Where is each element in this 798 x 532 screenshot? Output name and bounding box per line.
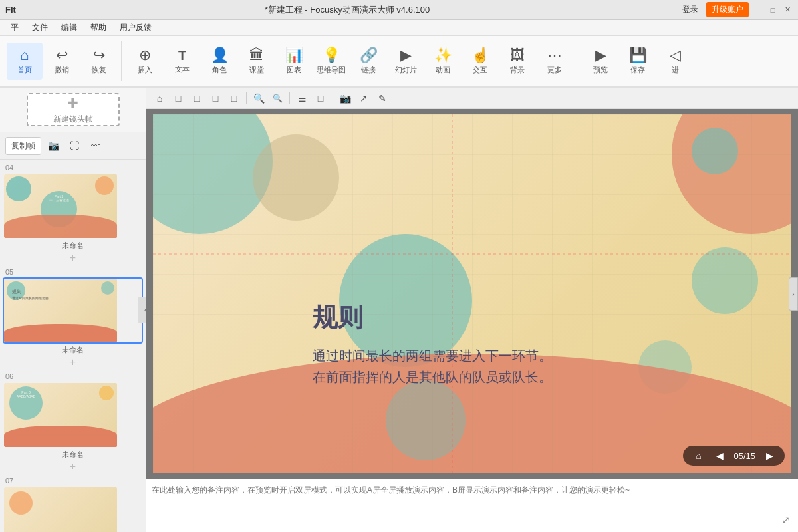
titlebar-left: FIt	[5, 5, 16, 15]
fullscreen-icon-btn[interactable]: ⛶	[65, 136, 84, 155]
tool-animation-label: 动画	[436, 65, 450, 75]
tool-more-label: 更多	[547, 65, 562, 75]
slide-number-05: 05	[3, 267, 143, 277]
canvas-tool-home[interactable]: ⌂	[152, 90, 168, 106]
add-below-05[interactable]: +	[70, 356, 76, 368]
sidebar-collapse-button[interactable]: ‹	[138, 297, 146, 323]
insert-icon: ⊕	[139, 48, 151, 63]
nav-forward-icon: ◁	[670, 48, 681, 63]
tool-mindmap[interactable]: 💡 思维导图	[313, 43, 349, 80]
slide-name-04: 未命名	[3, 239, 143, 252]
page-home-button[interactable]: ⌂	[691, 448, 706, 463]
notes-area: ⤢	[146, 479, 798, 532]
page-prev-button[interactable]: ◀	[712, 448, 727, 463]
wave-icon-btn[interactable]: 〰	[86, 136, 105, 155]
tool-chart[interactable]: 📊 图表	[276, 43, 312, 80]
thumb04-bottom	[4, 215, 117, 238]
tool-home[interactable]: ⌂ 首页	[7, 43, 43, 80]
thumb06-circle2	[99, 386, 114, 400]
bg-circle-right1	[692, 247, 758, 314]
tool-preview-label: 预览	[593, 65, 608, 75]
frame-tools: 复制帧 📷 ⛶ 〰	[0, 132, 146, 160]
tool-redo[interactable]: ↪ 恢复	[81, 43, 117, 80]
slide-name-06: 未命名	[3, 448, 143, 461]
canvas-tool-copy1[interactable]: □	[170, 90, 186, 106]
slide-thumb-06[interactable]: Part 3AABB/ABAB	[3, 382, 143, 448]
thumb07-circle1	[9, 491, 33, 515]
upgrade-button[interactable]: 升级账户	[706, 2, 749, 17]
tool-undo[interactable]: ↩ 撤销	[44, 43, 80, 80]
add-below-04[interactable]: +	[70, 252, 76, 264]
canvas-tool-grid[interactable]: ⚌	[294, 90, 310, 106]
canvas-tool-copy4[interactable]: □	[226, 90, 242, 106]
main-canvas[interactable]: 规则 通过时间最长的两组需要进入下一环节。 在前面指挥的人是其他队的队员或队长。…	[146, 109, 798, 479]
tool-link[interactable]: 🔗 链接	[350, 43, 386, 80]
canvas-tool-copy3[interactable]: □	[207, 90, 223, 106]
tool-role[interactable]: 👤 角色	[201, 43, 237, 80]
tool-interact[interactable]: ☝ 交互	[462, 43, 498, 80]
tool-more[interactable]: ⋯ 更多	[537, 43, 573, 80]
slide-name-05: 未命名	[3, 344, 143, 356]
tool-preview[interactable]: ▶ 预览	[583, 43, 618, 80]
slide-thumb-04[interactable]: Part 2一二三看这边	[3, 173, 143, 239]
canvas-tool-zoom-out[interactable]: 🔍	[269, 90, 285, 106]
toolbar-group-preview: ▶ 预览 💾 保存 ◁ 进	[579, 41, 697, 81]
tool-interact-label: 交互	[473, 65, 487, 75]
tool-animation[interactable]: ✨ 动画	[425, 43, 461, 80]
add-below-06[interactable]: +	[70, 461, 76, 473]
slide-thumb-07[interactable]	[3, 486, 143, 532]
thumbnails-panel[interactable]: 04 Part 2一二三看这边 未命名 +	[0, 160, 146, 532]
classroom-icon: 🏛	[249, 48, 264, 63]
tool-undo-label: 撤销	[55, 65, 69, 75]
new-frame-button[interactable]: ✚ 新建镜头帧	[27, 93, 120, 126]
canvas-tool-export[interactable]: ↗	[356, 90, 372, 106]
tool-classroom[interactable]: 🏛 课堂	[239, 43, 275, 80]
slide-icon: ▶	[400, 48, 412, 63]
tool-nav-forward[interactable]: ◁ 进	[657, 43, 693, 80]
slide-number-07: 07	[3, 475, 143, 486]
menu-edit[interactable]: 编辑	[56, 21, 82, 35]
tool-insert[interactable]: ⊕ 插入	[127, 43, 163, 80]
login-button[interactable]: 登录	[678, 3, 702, 17]
close-button[interactable]: ✕	[782, 5, 793, 15]
maximize-button[interactable]: □	[767, 5, 778, 15]
menu-ping[interactable]: 平	[5, 21, 24, 35]
link-icon: 🔗	[360, 48, 378, 63]
slide-thumb-05[interactable]: 规则通过时间最长的两组需要...	[3, 277, 143, 344]
tool-nav-forward-label: 进	[672, 65, 679, 75]
titlebar-right: 登录 升级账户 — □ ✕	[678, 2, 793, 17]
slide-number-06: 06	[3, 371, 143, 382]
canvas-tool-camera[interactable]: 📷	[337, 90, 353, 106]
slide-item-06: 06 Part 3AABB/ABAB 未命名 +	[3, 371, 143, 473]
tool-text-label: 文本	[175, 65, 190, 74]
tool-insert-label: 插入	[138, 65, 152, 75]
tool-background[interactable]: 🖼 背景	[499, 43, 535, 80]
right-panel-toggle[interactable]: ›	[789, 277, 798, 311]
tool-save[interactable]: 💾 保存	[620, 43, 656, 80]
copy-frame-button[interactable]: 复制帧	[5, 137, 41, 155]
canvas-tool-zoom-in[interactable]: 🔍	[251, 90, 267, 106]
camera-icon-btn[interactable]: 📷	[44, 136, 63, 155]
notes-expand-button[interactable]: ⤢	[779, 513, 793, 527]
interact-icon: ☝	[471, 48, 489, 63]
toolbar-group-nav: ⌂ 首页 ↩ 撤销 ↪ 恢复	[3, 41, 122, 81]
tool-slide[interactable]: ▶ 幻灯片	[388, 43, 424, 80]
chart-icon: 📊	[285, 48, 303, 63]
canvas-tool-frame[interactable]: □	[313, 90, 329, 106]
menu-feedback[interactable]: 用户反馈	[114, 21, 157, 35]
new-frame-area: ✚ 新建镜头帧	[0, 88, 146, 132]
menu-file[interactable]: 文件	[27, 21, 53, 35]
bg-circle-bottom	[386, 380, 466, 460]
plus-icon: ✚	[67, 95, 78, 111]
thumb06-bottom	[4, 426, 117, 447]
more-icon: ⋯	[547, 48, 562, 63]
thumb05-bottom	[4, 324, 117, 342]
canvas-tool-copy2[interactable]: □	[189, 90, 205, 106]
page-next-button[interactable]: ▶	[762, 448, 777, 463]
canvas-area: ⌂ □ □ □ □ 🔍 🔍 ⚌ □ 📷 ↗ ✎	[146, 88, 798, 532]
tool-text[interactable]: T 文本	[164, 43, 200, 80]
canvas-tool-edit[interactable]: ✎	[374, 90, 390, 106]
minimize-button[interactable]: —	[753, 5, 763, 15]
notes-input[interactable]	[152, 485, 779, 503]
menu-help[interactable]: 帮助	[85, 21, 112, 35]
